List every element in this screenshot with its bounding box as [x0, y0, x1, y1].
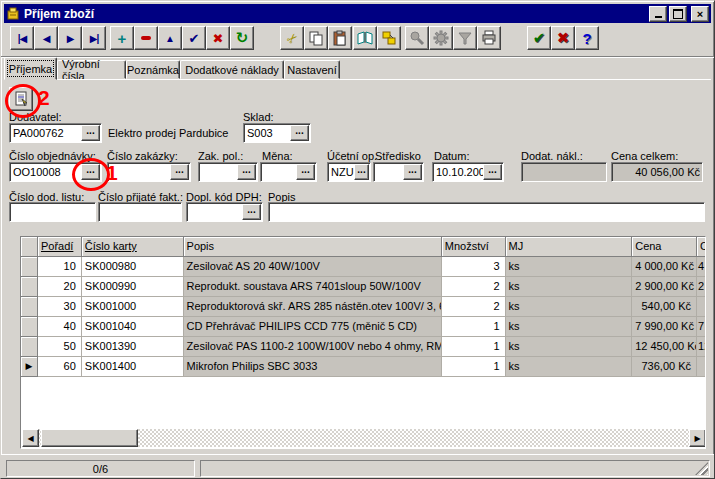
prev-record-icon: ◀: [43, 33, 50, 44]
col-header-cena[interactable]: Cena: [632, 237, 697, 257]
popis-field[interactable]: [268, 202, 705, 222]
row-marker-icon: ▶: [26, 361, 33, 371]
ok-button[interactable]: ✔: [527, 26, 551, 50]
title-bar[interactable]: Příjem zboží ×: [4, 4, 711, 23]
scroll-right-button[interactable]: ▶: [689, 429, 706, 447]
table-row[interactable]: 30 SK001000 Reproduktorová skř. ARS 285 …: [21, 297, 705, 317]
cell-mj: ks: [506, 357, 633, 377]
datum-lookup-button[interactable]: ...: [483, 164, 502, 180]
stredisko-lookup-button[interactable]: ...: [403, 164, 422, 180]
mena-label: Měna:: [262, 150, 293, 162]
cell-clipped: 2: [697, 277, 705, 297]
cislo-zakazky-lookup-button[interactable]: ...: [170, 164, 189, 180]
ucetni-op-field[interactable]: NZU ...: [327, 162, 371, 182]
col-header-poradi[interactable]: Pořadí: [38, 237, 82, 257]
paste-button[interactable]: [328, 26, 352, 50]
cell-cena: 540,00 Kč: [632, 297, 697, 317]
sklad-lookup-button[interactable]: ...: [290, 125, 309, 141]
current-row-marker[interactable]: ▶: [21, 357, 38, 377]
resize-grip[interactable]: [695, 462, 708, 475]
cell-mj: ks: [506, 297, 633, 317]
cell-cena: 736,00 Kč: [632, 357, 697, 377]
scrollbar-thumb[interactable]: [41, 429, 138, 447]
table-row-current[interactable]: ▶ 60 SK001400 Mikrofon Philips SBC 3033 …: [21, 357, 705, 377]
table-header-row: Pořadí Číslo karty Popis Množství MJ Cen…: [21, 237, 705, 257]
ucetni-op-lookup-button[interactable]: ...: [354, 164, 369, 180]
cislo-prijate-fakt-field[interactable]: [98, 202, 182, 222]
last-record-button[interactable]: ▶|: [82, 26, 106, 50]
search-button[interactable]: [405, 26, 429, 50]
check-icon: ✔: [189, 31, 200, 46]
col-header-popis[interactable]: Popis: [184, 237, 442, 257]
col-header-clipped[interactable]: C: [697, 237, 705, 257]
dodavatel-lookup-button[interactable]: ...: [81, 125, 100, 141]
table-row[interactable]: 20 SK000990 Reprodukt. soustava ARS 7401…: [21, 277, 705, 297]
catalog-book-button[interactable]: [353, 26, 377, 50]
print-button[interactable]: [477, 26, 501, 50]
annotation-circle-2: [5, 84, 41, 118]
tab-dodatkove-naklady[interactable]: Dodatkové náklady: [180, 60, 284, 79]
delete-button[interactable]: [134, 26, 158, 50]
cancel-edit-button[interactable]: ✖: [206, 26, 230, 50]
dopl-kod-dph-lookup-button[interactable]: ...: [242, 204, 261, 220]
row-selector[interactable]: [21, 277, 38, 297]
horizontal-scrollbar[interactable]: ◀ ▶: [22, 429, 706, 447]
dodavatel-description: Elektro prodej Pardubice: [108, 127, 228, 139]
tab-poznamka[interactable]: Poznámka: [126, 60, 180, 79]
dopl-kod-dph-field[interactable]: ...: [186, 202, 263, 222]
stredisko-field[interactable]: ...: [373, 162, 424, 182]
cell-cena: 2 900,00 Kč: [632, 277, 697, 297]
tab-prijemka[interactable]: Příjemka: [4, 57, 57, 80]
tab-nastaveni[interactable]: Nastavení: [284, 60, 340, 79]
dodavatel-field[interactable]: PA000762 ...: [9, 123, 102, 143]
table-row[interactable]: 50 SK001390 Zesilovač PAS 1100-2 100W/10…: [21, 337, 705, 357]
confirm-button[interactable]: ✔: [182, 26, 206, 50]
prev-record-button[interactable]: ◀: [34, 26, 58, 50]
price-tags-button[interactable]: [377, 26, 401, 50]
settings-button[interactable]: [429, 26, 453, 50]
row-selector[interactable]: [21, 297, 38, 317]
refresh-button[interactable]: ↻: [230, 26, 254, 50]
mena-field[interactable]: ...: [260, 162, 317, 182]
cell-cislo-karty: SK001390: [82, 337, 184, 357]
copy-button[interactable]: [304, 26, 328, 50]
record-counter-panel: 0/6: [6, 460, 195, 477]
row-selector[interactable]: [21, 317, 38, 337]
cell-mj: ks: [506, 317, 633, 337]
col-header-mj[interactable]: MJ: [506, 237, 633, 257]
zak-pol-field[interactable]: ...: [198, 162, 258, 182]
col-header-mnozstvi[interactable]: Množství: [442, 237, 506, 257]
close-doc-button[interactable]: ✖: [551, 26, 575, 50]
col-header-cislo-karty[interactable]: Číslo karty: [82, 237, 184, 257]
row-selector[interactable]: [21, 257, 38, 277]
next-record-button[interactable]: ▶: [58, 26, 82, 50]
close-button[interactable]: ×: [691, 6, 709, 22]
help-button[interactable]: ?: [575, 26, 599, 50]
cell-popis: Reprodukt. soustava ARS 7401sloup 50W/10…: [184, 277, 442, 297]
datum-field[interactable]: 10.10.2005 1 ...: [432, 162, 504, 182]
sklad-field[interactable]: S003 ...: [243, 123, 311, 143]
first-record-button[interactable]: |◀: [10, 26, 34, 50]
row-selector[interactable]: [21, 337, 38, 357]
table-row[interactable]: 10 SK000980 Zesilovač AS 20 40W/100V 3 k…: [21, 257, 705, 277]
cut-button[interactable]: ✂: [280, 26, 304, 50]
cena-celkem-field: 40 056,00 Kč: [611, 162, 703, 182]
record-counter: 0/6: [93, 463, 108, 475]
cislo-dod-listu-field[interactable]: [9, 202, 96, 222]
move-up-button[interactable]: ▲: [158, 26, 182, 50]
add-button[interactable]: +: [110, 26, 134, 50]
next-record-icon: ▶: [67, 33, 74, 44]
table-row[interactable]: 40 SK001040 CD Přehrávač PHILIPS CCD 775…: [21, 317, 705, 337]
datum-label: Datum:: [434, 150, 469, 162]
minimize-button[interactable]: [649, 6, 667, 22]
cell-popis: Zesilovač AS 20 40W/100V: [184, 257, 442, 277]
tab-vyrobni-cisla[interactable]: Výrobní čísla: [57, 60, 126, 79]
tab-label: Příjemka: [9, 63, 52, 75]
cislo-zakazky-field[interactable]: ...: [107, 162, 191, 182]
refresh-icon: ↻: [236, 29, 249, 47]
filter-button[interactable]: [453, 26, 477, 50]
maximize-button[interactable]: [669, 6, 687, 22]
scroll-left-button[interactable]: ◀: [22, 429, 39, 447]
zak-pol-lookup-button[interactable]: ...: [237, 164, 256, 180]
mena-lookup-button[interactable]: ...: [296, 164, 315, 180]
